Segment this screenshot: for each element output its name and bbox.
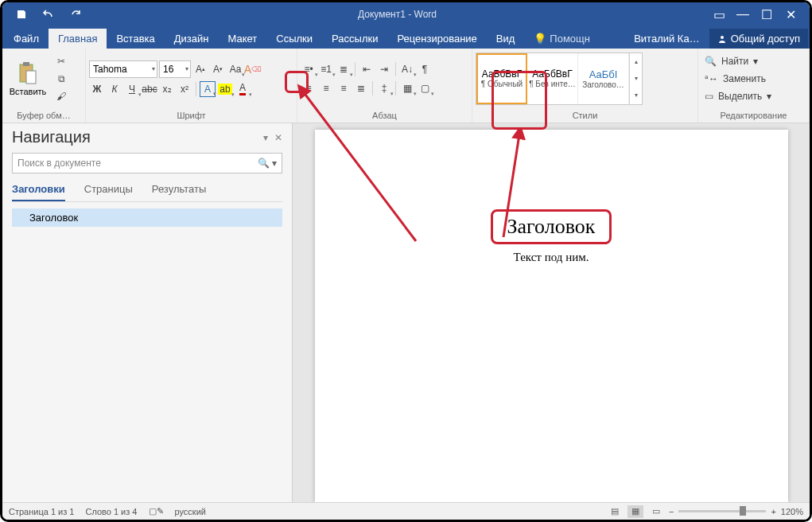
svg-rect-3 <box>26 71 36 84</box>
format-painter-icon[interactable]: 🖌 <box>52 88 71 104</box>
align-left-icon[interactable]: ≡ <box>301 80 317 96</box>
status-page[interactable]: Страница 1 из 1 <box>9 507 74 516</box>
document-heading[interactable]: Заголовок <box>491 209 612 244</box>
nav-dropdown-icon[interactable]: ▾ <box>263 132 268 143</box>
tab-file[interactable]: Файл <box>4 29 49 49</box>
find-button[interactable]: 🔍Найти ▾ <box>701 53 775 69</box>
document-body[interactable]: Текст под ним. <box>363 251 740 264</box>
style-label: ¶ Обычный <box>481 80 523 88</box>
superscript-button[interactable]: x² <box>177 81 192 97</box>
style-preview: АаБбВвГ <box>482 68 522 80</box>
style-normal[interactable]: АаБбВвГ ¶ Обычный <box>476 53 527 104</box>
style-label: Заголово… <box>582 80 624 89</box>
group-editing: 🔍Найти ▾ ᵃ↔Заменить ▭Выделить ▾ Редактир… <box>698 49 810 123</box>
zoom-in-icon[interactable]: + <box>771 507 775 516</box>
close-icon[interactable]: ✕ <box>779 6 802 23</box>
nav-search-input[interactable]: Поиск в документе 🔍 ▾ <box>12 153 282 173</box>
highlight-icon[interactable]: ab <box>217 81 233 97</box>
underline-button[interactable]: Ч <box>124 81 140 97</box>
strikethrough-button[interactable]: abc <box>142 81 157 97</box>
tab-mailings[interactable]: Рассылки <box>322 29 387 49</box>
change-case-icon[interactable]: Aa <box>227 61 243 77</box>
shrink-font-icon[interactable]: A▾ <box>210 61 226 77</box>
tab-design[interactable]: Дизайн <box>165 29 219 49</box>
italic-button[interactable]: К <box>107 81 122 97</box>
svg-rect-2 <box>23 62 29 66</box>
search-icon[interactable]: 🔍 ▾ <box>258 158 277 169</box>
multilevel-list-icon[interactable]: ≣ <box>336 61 352 77</box>
show-marks-icon[interactable]: ¶ <box>417 61 433 77</box>
font-size-combo[interactable]: 16▾ <box>159 60 191 78</box>
view-read-icon[interactable]: ▤ <box>607 505 623 518</box>
style-no-spacing[interactable]: АаБбВвГ ¶ Без инте… <box>527 53 578 104</box>
select-button[interactable]: ▭Выделить ▾ <box>701 88 775 104</box>
zoom-value[interactable]: 120% <box>781 507 803 516</box>
ribbon-options-icon[interactable]: ▭ <box>708 6 730 23</box>
nav-tab-results[interactable]: Результаты <box>152 183 206 201</box>
nav-tree-item[interactable]: Заголовок <box>12 208 282 227</box>
subscript-button[interactable]: x₂ <box>159 81 175 97</box>
style-heading1[interactable]: АаБбІ Заголово… <box>578 53 629 104</box>
tab-insert[interactable]: Вставка <box>107 29 164 49</box>
line-spacing-icon[interactable]: ‡ <box>376 80 392 96</box>
decrease-indent-icon[interactable]: ⇤ <box>359 61 375 77</box>
font-name-value: Tahoma <box>93 64 127 75</box>
nav-title: Навигация ▾✕ <box>12 128 282 146</box>
status-words[interactable]: Слово 1 из 4 <box>85 507 137 516</box>
style-label: ¶ Без инте… <box>529 80 576 88</box>
tell-me-label: Помощн <box>550 33 590 45</box>
align-right-icon[interactable]: ≡ <box>336 80 352 96</box>
nav-tab-pages[interactable]: Страницы <box>84 183 133 201</box>
nav-close-icon[interactable]: ✕ <box>274 132 282 143</box>
group-font: Tahoma▾ 16▾ A▴ A▾ Aa A⌫ Ж К Ч abc x₂ x² … <box>86 49 297 123</box>
numbering-icon[interactable]: ≡1 <box>318 61 334 77</box>
styles-more[interactable]: ▴▾▾ <box>629 53 642 104</box>
bold-button[interactable]: Ж <box>89 81 105 97</box>
status-language[interactable]: русский <box>175 507 206 516</box>
font-color-icon[interactable]: A <box>235 81 251 97</box>
view-web-icon[interactable]: ▭ <box>648 505 664 518</box>
tab-review[interactable]: Рецензирование <box>387 29 486 49</box>
tab-home[interactable]: Главная <box>49 29 107 49</box>
tell-me[interactable]: 💡 Помощн <box>524 29 600 49</box>
clear-formatting-icon[interactable]: A⌫ <box>245 61 261 77</box>
align-center-icon[interactable]: ≡ <box>318 80 334 96</box>
maximize-icon[interactable]: ☐ <box>756 6 778 23</box>
copy-icon[interactable]: ⧉ <box>52 71 71 87</box>
window-title: Документ1 - Word <box>87 9 708 20</box>
paste-button[interactable]: Вставить <box>6 53 50 105</box>
save-icon[interactable] <box>10 6 33 23</box>
nav-tabs: Заголовки Страницы Результаты <box>12 180 282 202</box>
undo-icon[interactable] <box>37 6 60 23</box>
account-user[interactable]: Виталий Ка… <box>624 29 709 49</box>
page[interactable]: Заголовок Текст под ним. <box>315 130 788 502</box>
status-proofing-icon[interactable]: ▢✎ <box>149 506 164 516</box>
ribbon-tabs: Файл Главная Вставка Дизайн Макет Ссылки… <box>2 26 810 49</box>
borders-icon[interactable]: ▢ <box>417 80 433 96</box>
zoom-slider[interactable] <box>678 510 766 512</box>
paste-icon <box>17 61 38 85</box>
svg-point-0 <box>721 36 724 39</box>
increase-indent-icon[interactable]: ⇥ <box>376 61 392 77</box>
view-print-icon[interactable]: ▦ <box>627 505 643 518</box>
replace-label: Заменить <box>723 73 766 84</box>
justify-icon[interactable]: ≣ <box>353 80 369 96</box>
minimize-icon[interactable]: — <box>732 6 754 23</box>
zoom-out-icon[interactable]: − <box>669 507 674 516</box>
grow-font-icon[interactable]: A▴ <box>192 61 208 77</box>
font-name-combo[interactable]: Tahoma▾ <box>89 60 157 78</box>
text-effects-icon[interactable]: A <box>200 81 216 97</box>
sort-icon[interactable]: A↓ <box>399 61 415 77</box>
titlebar: Документ1 - Word ▭ — ☐ ✕ <box>2 2 810 26</box>
cut-icon[interactable]: ✂ <box>52 53 71 69</box>
style-preview: АаБбВвГ <box>532 68 572 80</box>
tab-layout[interactable]: Макет <box>218 29 266 49</box>
shading-icon[interactable]: ▦ <box>399 80 415 96</box>
share-button[interactable]: Общий доступ <box>709 29 808 49</box>
nav-tab-headings[interactable]: Заголовки <box>12 183 65 201</box>
replace-button[interactable]: ᵃ↔Заменить <box>701 71 775 87</box>
redo-icon[interactable] <box>64 6 87 23</box>
tab-references[interactable]: Ссылки <box>266 29 322 49</box>
bullets-icon[interactable]: ≡• <box>301 61 317 77</box>
tab-view[interactable]: Вид <box>487 29 525 49</box>
